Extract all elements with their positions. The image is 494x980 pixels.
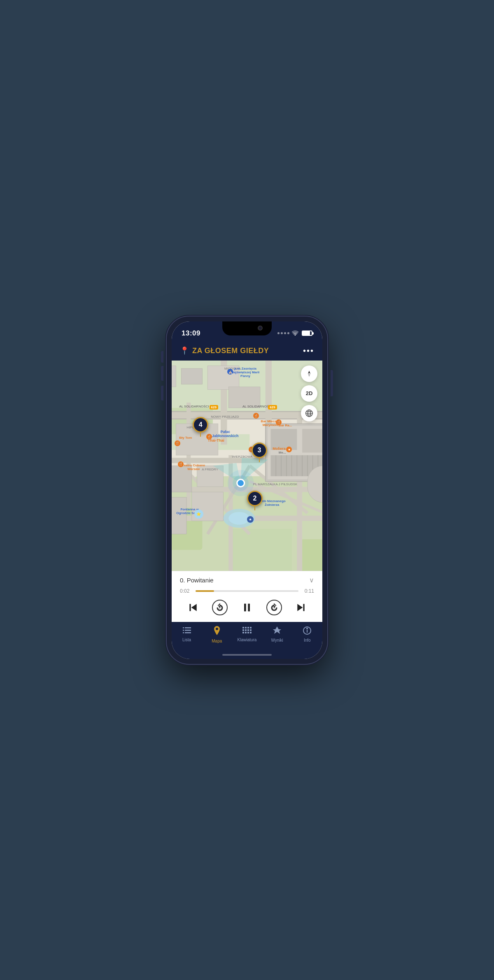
nav-label-lista: Lista <box>182 638 191 642</box>
svg-rect-78 <box>242 627 244 629</box>
nav-item-klawiatura[interactable]: Klawiatura <box>235 627 259 642</box>
svg-marker-59 <box>308 370 310 374</box>
marker-3[interactable]: 3 <box>252 442 267 462</box>
compass-button[interactable] <box>301 365 317 382</box>
signal-dot-4 <box>287 332 289 334</box>
globe-button[interactable] <box>301 405 317 421</box>
forward-5-label: 5 <box>273 606 275 609</box>
menu-button[interactable]: ••• <box>303 346 314 356</box>
svg-rect-89 <box>250 632 252 633</box>
svg-rect-81 <box>250 627 252 629</box>
svg-rect-83 <box>245 629 247 631</box>
marker-4[interactable]: 4 <box>193 417 208 437</box>
svg-marker-71 <box>298 604 303 611</box>
poi-me: Me... <box>279 451 286 454</box>
svg-rect-87 <box>245 632 247 633</box>
svg-rect-77 <box>185 632 191 633</box>
map-container[interactable]: AL SOLIDARNOŚCI 629 AL SOLIDARNOŚCI 629 … <box>172 361 322 571</box>
svg-rect-9 <box>172 411 322 412</box>
time-total: 0:11 <box>303 588 314 594</box>
poi-dot-bar-mleczny: 🍴 <box>253 413 259 419</box>
marker-4-stem <box>200 433 201 437</box>
star-badge-2: ★ <box>247 516 254 523</box>
svg-rect-84 <box>247 629 249 631</box>
signal-dot-2 <box>281 332 283 334</box>
svg-rect-73 <box>185 627 191 629</box>
svg-rect-85 <box>250 629 252 631</box>
marker-3-circle: 3 <box>252 442 267 458</box>
svg-marker-60 <box>308 374 310 377</box>
street-pilsudski: PL MARSZAŁKA J PIŁSUDSK <box>253 482 298 486</box>
map-2d-button[interactable]: 2D <box>301 385 317 402</box>
progress-bar[interactable] <box>196 590 298 592</box>
svg-rect-74 <box>183 630 184 631</box>
svg-marker-67 <box>191 604 196 611</box>
svg-point-58 <box>237 479 245 487</box>
svg-rect-86 <box>242 632 244 633</box>
poi-dot-teatro: 🍴 <box>178 461 184 467</box>
battery-fill <box>303 331 310 335</box>
poi-bly-tom: Bły Tom <box>179 436 192 440</box>
svg-rect-48 <box>172 497 186 534</box>
home-indicator-container <box>172 652 322 659</box>
svg-rect-68 <box>244 603 246 611</box>
svg-rect-88 <box>247 632 249 633</box>
nav-label-wyniki: Wyniki <box>271 638 283 642</box>
bottom-nav: Lista Mapa <box>172 622 322 652</box>
front-camera <box>258 326 263 331</box>
pause-button[interactable] <box>240 600 254 615</box>
svg-rect-7 <box>302 539 322 571</box>
phone-screen: 13:09 <box>172 321 322 659</box>
rewind-5-button[interactable]: 5 <box>212 600 228 615</box>
klawiatura-icon <box>242 627 252 636</box>
vol-up-button[interactable] <box>161 366 163 381</box>
poi-palac: Pałac Jabłonowskich <box>211 430 240 438</box>
skip-forward-button[interactable] <box>294 601 308 615</box>
svg-rect-76 <box>183 632 184 633</box>
app-title-icon: 📍 <box>180 346 189 355</box>
svg-point-92 <box>307 628 308 629</box>
nav-item-wyniki[interactable]: Wyniki <box>265 626 289 642</box>
progress-row: 0:02 0:11 <box>180 588 314 594</box>
wifi-icon <box>292 330 298 337</box>
status-icons <box>277 330 312 337</box>
street-nowy-przejazd: NOWY PRZEJAZD <box>211 415 239 419</box>
notch <box>222 321 272 335</box>
svg-rect-27 <box>302 429 322 452</box>
road-badge-2: 629 <box>268 403 277 410</box>
marker-2-stem <box>254 506 255 510</box>
skip-back-button[interactable] <box>186 601 200 615</box>
svg-rect-41 <box>181 368 202 384</box>
forward-5-button[interactable]: 5 <box>266 600 282 615</box>
home-indicator <box>222 654 272 656</box>
marker-2[interactable]: 2 <box>247 491 263 510</box>
track-title: 0. Powitanie <box>180 577 214 584</box>
svg-point-53 <box>228 512 249 524</box>
progress-bar-fill <box>196 590 214 592</box>
silent-button[interactable] <box>161 351 163 363</box>
nav-item-info[interactable]: Info <box>295 626 319 642</box>
app-title-row: 📍 ZA GŁOSEM GIEŁDY <box>180 346 269 355</box>
street-solidarnosci-1: AL SOLIDARNOŚCI <box>179 405 209 408</box>
rewind-5-label: 5 <box>219 606 221 609</box>
playback-controls: 5 5 <box>180 600 314 615</box>
vol-down-button[interactable] <box>161 386 163 400</box>
marker-2-circle: 2 <box>247 491 263 506</box>
nav-item-lista[interactable]: Lista <box>175 627 199 642</box>
svg-rect-6 <box>228 528 291 570</box>
time-current: 0:02 <box>180 588 191 594</box>
lista-icon <box>183 627 191 636</box>
nav-label-info: Info <box>304 638 311 642</box>
track-expand-icon[interactable]: ∨ <box>309 576 314 584</box>
poi-dot-bly-tom: 🍴 <box>175 440 180 446</box>
svg-rect-79 <box>245 627 247 629</box>
info-icon <box>303 626 311 636</box>
svg-rect-66 <box>189 604 191 611</box>
svg-rect-40 <box>172 365 176 386</box>
road-badge-1: 629 <box>210 403 218 410</box>
svg-rect-82 <box>242 629 244 631</box>
nav-item-mapa[interactable]: Mapa <box>205 626 229 643</box>
audio-player: 0. Powitanie ∨ 0:02 0:11 <box>172 571 322 622</box>
signal-dot-1 <box>277 332 280 334</box>
power-button[interactable] <box>331 370 333 396</box>
